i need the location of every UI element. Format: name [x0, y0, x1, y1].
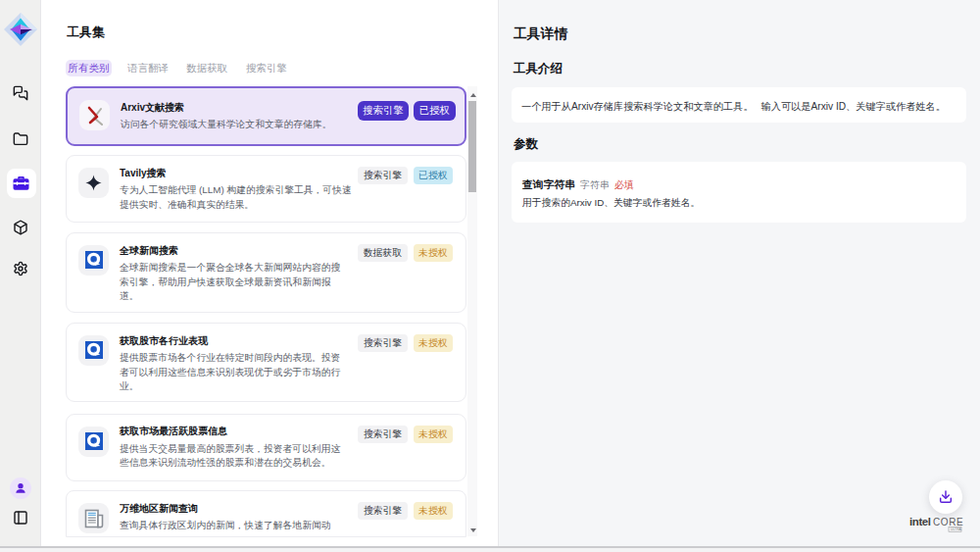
- svg-text:ULTRA: ULTRA: [951, 527, 962, 531]
- svg-text:intel: intel: [909, 516, 931, 527]
- svg-text:CORE: CORE: [933, 517, 963, 527]
